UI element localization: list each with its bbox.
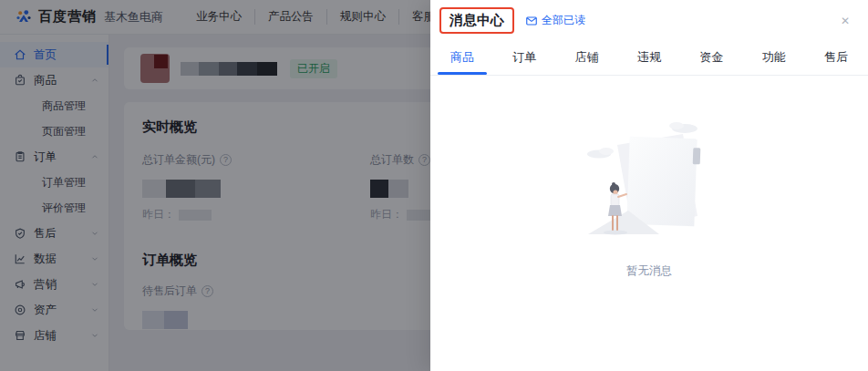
- empty-state: 暂无消息: [430, 76, 868, 371]
- tab-violations[interactable]: 违规: [637, 39, 661, 75]
- drawer-header: 消息中心 全部已读 ✕: [430, 0, 868, 39]
- empty-state-text: 暂无消息: [626, 263, 672, 279]
- envelope-icon: [525, 15, 538, 27]
- screen: 百度营销 基木鱼电商 业务中心 产品公告 规则中心 客服工作台 首页: [0, 0, 868, 371]
- tab-goods[interactable]: 商品: [450, 39, 474, 75]
- tab-funds[interactable]: 资金: [699, 39, 723, 75]
- close-icon[interactable]: ✕: [837, 11, 853, 31]
- tab-shop[interactable]: 店铺: [575, 39, 599, 75]
- tab-features[interactable]: 功能: [762, 39, 786, 75]
- tab-orders[interactable]: 订单: [512, 39, 536, 75]
- message-center-drawer: 消息中心 全部已读 ✕ 商品 订单 店铺 违规 资金 功能 售后: [430, 0, 868, 371]
- mark-all-read-button[interactable]: 全部已读: [525, 13, 585, 28]
- message-center-title: 消息中心: [439, 7, 514, 34]
- tab-aftersale[interactable]: 售后: [824, 39, 848, 75]
- empty-state-illustration: [572, 114, 727, 254]
- mark-all-read-label: 全部已读: [542, 13, 585, 28]
- message-tabs: 商品 订单 店铺 违规 资金 功能 售后: [430, 39, 868, 76]
